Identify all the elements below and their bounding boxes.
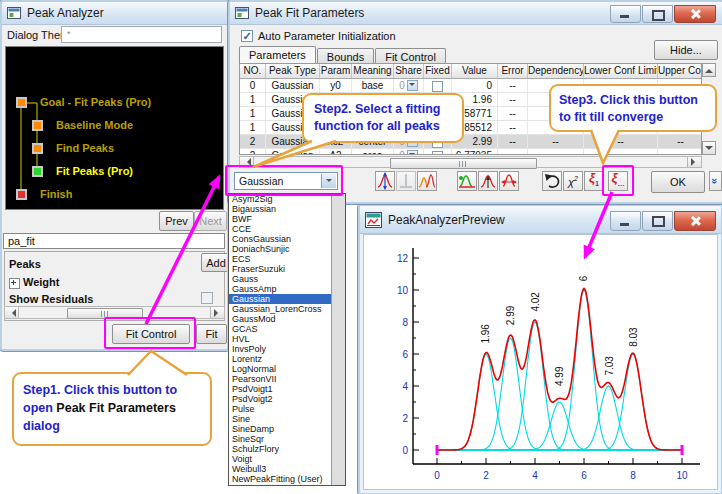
tree-node-label[interactable]: Baseline Mode (56, 119, 133, 131)
scroll-right-icon[interactable] (210, 307, 224, 318)
expand-plus-icon[interactable] (9, 278, 20, 289)
table-scroll-down-icon[interactable] (702, 141, 716, 155)
function-list-item[interactable]: ConsGaussian (229, 234, 331, 244)
peak-height-button[interactable] (478, 171, 498, 191)
share-dropdown-icon[interactable] (407, 80, 418, 91)
fit-control-button[interactable]: Fit Control (112, 324, 190, 344)
function-list-item[interactable]: LogNormal (229, 364, 331, 374)
prev-button[interactable]: Prev (159, 211, 194, 231)
function-list-item[interactable]: Asym2Sig (229, 194, 331, 204)
function-list-item[interactable]: Bigaussian (229, 204, 331, 214)
scroll-right-icon[interactable] (687, 157, 701, 167)
maximize-button[interactable] (642, 211, 673, 231)
auto-param-checkbox[interactable]: ✓ (241, 30, 253, 42)
column-header[interactable]: Error (498, 64, 528, 78)
function-list-item[interactable]: GaussAmp (229, 284, 331, 294)
hide-button[interactable]: Hide... (654, 40, 718, 60)
peak-analyzer-titlebar[interactable]: Peak Analyzer (2, 2, 227, 25)
tree-node-square[interactable] (16, 189, 27, 200)
function-list-item[interactable]: PsdVoigt2 (229, 394, 331, 404)
fit-one-iteration-button[interactable]: ξ1 (584, 171, 604, 191)
function-list-item[interactable]: DoniachSunjic (229, 244, 331, 254)
horizontal-scrollbar[interactable] (4, 306, 225, 319)
column-header[interactable]: Dependency (528, 64, 584, 78)
column-header[interactable]: Share (394, 64, 424, 78)
scrollbar-thumb[interactable] (67, 308, 143, 319)
function-list-item[interactable]: SineSqr (229, 434, 331, 444)
function-list-item[interactable]: Pulse (229, 404, 331, 414)
column-header[interactable]: Param (320, 64, 352, 78)
function-list-item[interactable]: Sine (229, 414, 331, 424)
function-list-item[interactable]: CCE (229, 224, 331, 234)
chi-square-button[interactable]: χ2 (563, 171, 583, 191)
value-cell[interactable]: 6.77935 (452, 149, 498, 155)
fixed-cell[interactable] (424, 149, 452, 155)
add-peak-button[interactable] (375, 171, 395, 191)
fixed-checkbox[interactable] (432, 81, 443, 92)
add-button[interactable]: Add (201, 253, 229, 272)
scroll-left-icon[interactable] (5, 307, 19, 318)
combobox-dropdown-icon[interactable] (321, 174, 336, 188)
tree-node-label[interactable]: Goal - Fit Peaks (Pro) (40, 96, 151, 108)
column-header[interactable]: Meaning (352, 64, 394, 78)
table-horizontal-scrollbar[interactable] (239, 156, 702, 168)
share-cell[interactable]: 0 (394, 149, 424, 155)
minimize-button[interactable] (610, 5, 641, 23)
peak-width-button[interactable] (499, 171, 519, 191)
expand-more-button[interactable]: » (709, 171, 722, 191)
table-scroll-up-icon[interactable] (702, 63, 716, 77)
minimize-button[interactable] (610, 211, 641, 231)
close-button[interactable] (674, 5, 716, 23)
next-button[interactable]: Next (194, 211, 227, 231)
function-list-item[interactable]: PearsonVII (229, 374, 331, 384)
column-header[interactable]: Value (452, 64, 498, 78)
function-list-item[interactable]: SineDamp (229, 424, 331, 434)
column-header[interactable]: NO. (240, 64, 266, 78)
function-list-item[interactable]: Weibull3 (229, 464, 331, 474)
theme-name-field[interactable]: pa_fit (3, 233, 225, 249)
fit-till-converge-button[interactable]: ξ… (608, 171, 628, 191)
function-list-item[interactable]: HVL (229, 334, 331, 344)
function-list-item[interactable]: ECS (229, 254, 331, 264)
column-header[interactable]: Upper Conf Limits (658, 64, 702, 78)
function-list-item[interactable]: GaussMod (229, 314, 331, 324)
tree-node-square[interactable] (32, 143, 43, 154)
function-list-item[interactable]: GCAS (229, 324, 331, 334)
param-row[interactable]: 2GaussianA2area06.77935-------- (240, 149, 701, 155)
function-list-scrollbar[interactable] (331, 194, 345, 485)
tree-node-label[interactable]: Find Peaks (56, 142, 114, 154)
fixed-checkbox[interactable] (432, 151, 443, 155)
function-list-item[interactable]: BWF (229, 214, 331, 224)
column-header[interactable]: Lower Conf Limits (584, 64, 658, 78)
maximize-button[interactable] (642, 5, 673, 23)
tree-node-label[interactable]: Fit Peaks (Pro) (56, 165, 133, 177)
scrollbar-thumb[interactable] (390, 158, 537, 169)
tree-node-square[interactable] (16, 97, 27, 108)
find-peaks-button[interactable] (417, 171, 437, 191)
ok-button[interactable]: OK (651, 171, 705, 193)
function-list-item[interactable]: Gauss (229, 274, 331, 284)
function-list-item[interactable]: PsdVoigt1 (229, 384, 331, 394)
fit-button[interactable]: Fit (196, 324, 227, 344)
share-dropdown-icon[interactable] (407, 150, 418, 155)
fixed-cell[interactable] (424, 79, 452, 92)
scroll-left-icon[interactable] (240, 157, 254, 167)
tree-node-label[interactable]: Finish (40, 188, 72, 200)
show-residuals-checkbox[interactable] (201, 292, 213, 304)
function-list-item[interactable]: FraserSuzuki (229, 264, 331, 274)
function-combobox[interactable]: Gaussian (234, 172, 338, 190)
function-list-item[interactable]: NewPeakFitting (User) (229, 474, 331, 484)
reset-parameters-button[interactable] (542, 171, 562, 191)
drop-line-button[interactable] (396, 171, 416, 191)
function-list-item[interactable]: Gaussian_LorenCross (229, 304, 331, 314)
function-list-item[interactable]: Lorentz (229, 354, 331, 364)
function-list-item[interactable]: Gaussian (229, 294, 331, 304)
tree-node-square[interactable] (32, 120, 43, 131)
share-cell[interactable]: 0 (394, 79, 424, 92)
column-header[interactable]: Fixed (424, 64, 452, 78)
function-list-item[interactable]: Voigt (229, 454, 331, 464)
value-cell[interactable]: 0 (452, 79, 498, 92)
edit-baseline-button[interactable] (457, 171, 477, 191)
close-button[interactable] (674, 211, 716, 231)
dialog-theme-combobox[interactable]: * (61, 26, 222, 43)
